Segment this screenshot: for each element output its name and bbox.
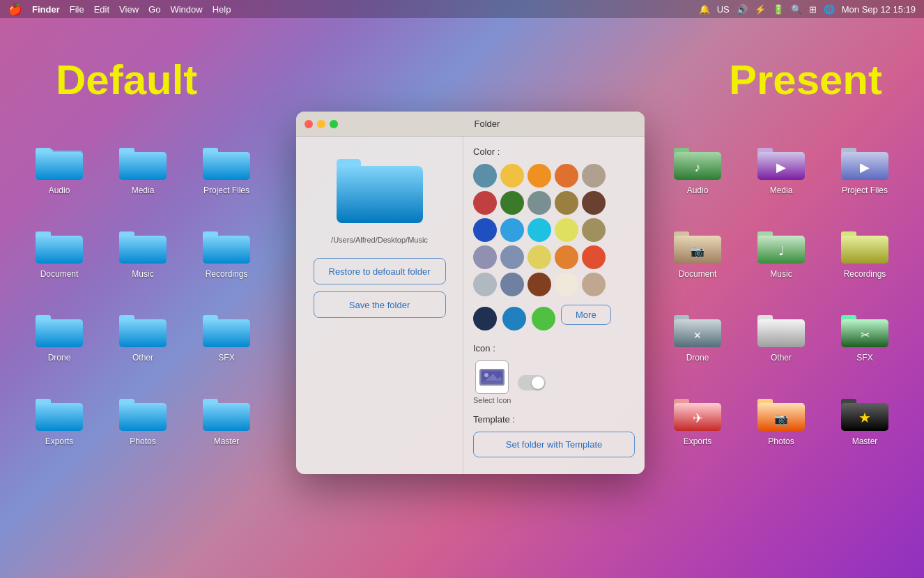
svg-text:✂: ✂ xyxy=(861,329,870,341)
menubar-view[interactable]: View xyxy=(119,4,139,15)
folder-sfx-right[interactable]: ✂ SFX xyxy=(826,286,903,363)
menubar-file[interactable]: File xyxy=(70,4,84,15)
search-icon[interactable]: 🔍 xyxy=(791,4,802,15)
folder-label-other-right: Other xyxy=(771,353,792,363)
bluetooth-icon[interactable]: ⚡ xyxy=(755,4,766,15)
folder-recordings-left[interactable]: Recordings xyxy=(188,202,265,279)
folder-label-recordings-right: Recordings xyxy=(844,269,886,279)
color-slate[interactable] xyxy=(528,191,551,215)
icon-toggle[interactable] xyxy=(518,375,546,390)
set-template-button[interactable]: Set folder with Template xyxy=(473,432,635,457)
color-red[interactable] xyxy=(473,191,497,215)
color-amber[interactable] xyxy=(528,164,551,188)
folder-other-right[interactable]: Other xyxy=(743,286,819,363)
color-dark-orange[interactable] xyxy=(555,245,578,269)
folder-recordings-right[interactable]: Recordings xyxy=(826,202,903,279)
folder-sfx-left[interactable]: SFX xyxy=(188,286,265,363)
folder-photos-right[interactable]: 📷 Photos xyxy=(743,370,819,446)
color-tan[interactable] xyxy=(582,218,606,242)
folder-music-right[interactable]: ♩ Music xyxy=(743,202,819,279)
notification-icon[interactable]: 🔔 xyxy=(699,4,710,15)
apple-menu[interactable]: 🍎 xyxy=(8,3,22,16)
menubar-go[interactable]: Go xyxy=(148,4,160,15)
folder-audio-right[interactable]: ♪ Audio xyxy=(659,119,736,195)
svg-rect-64 xyxy=(337,166,423,223)
folder-icon-other-left xyxy=(118,310,168,350)
color-khaki[interactable] xyxy=(555,191,578,215)
folder-audio-left[interactable]: Audio xyxy=(21,119,98,195)
menubar-help[interactable]: Help xyxy=(213,4,231,15)
folder-document-left[interactable]: Document xyxy=(21,202,98,279)
folder-label-sfx-right: SFX xyxy=(856,353,872,363)
icon-preview-box[interactable] xyxy=(475,360,509,394)
color-navy[interactable] xyxy=(473,307,497,330)
folder-master-left[interactable]: Master xyxy=(188,370,265,446)
color-sky-blue[interactable] xyxy=(500,218,524,242)
color-steel[interactable] xyxy=(500,273,524,296)
svg-rect-26 xyxy=(119,403,167,431)
folder-exports-right[interactable]: ✈ Exports xyxy=(659,370,736,446)
default-label: Default xyxy=(56,56,197,104)
color-gold[interactable] xyxy=(528,245,551,269)
color-warm-gray[interactable] xyxy=(582,164,606,188)
color-blue-gray[interactable] xyxy=(500,245,524,269)
more-colors-button[interactable]: More xyxy=(561,305,611,325)
folder-other-left[interactable]: Other xyxy=(105,286,181,363)
color-blue[interactable] xyxy=(473,218,497,242)
menubar-edit[interactable]: Edit xyxy=(94,4,109,15)
folder-drone-left[interactable]: Drone xyxy=(21,286,98,363)
color-sienna[interactable] xyxy=(528,273,551,296)
svg-rect-14 xyxy=(119,236,167,264)
siri-icon[interactable]: 🌐 xyxy=(824,4,835,15)
folder-label-audio-left: Audio xyxy=(49,185,70,195)
folder-exports-left[interactable]: Exports xyxy=(21,370,98,446)
folder-label-audio-right: Audio xyxy=(687,185,709,195)
color-orange[interactable] xyxy=(555,164,578,188)
svg-rect-45 xyxy=(841,236,888,264)
color-lavender[interactable] xyxy=(473,245,497,269)
folder-drone-right[interactable]: ✕ Drone xyxy=(659,286,736,363)
folder-icon-exports-right: ✈ xyxy=(672,393,723,434)
control-center-icon[interactable]: ⊞ xyxy=(809,4,817,15)
folder-music-left[interactable]: Music xyxy=(105,202,181,279)
close-button[interactable] xyxy=(305,120,313,128)
svg-text:♪: ♪ xyxy=(695,160,701,174)
volume-icon[interactable]: 🔊 xyxy=(737,4,748,15)
menubar: 🍎 Finder File Edit View Go Window Help 🔔… xyxy=(0,0,924,18)
restore-default-button[interactable]: Restore to defoault folder xyxy=(314,258,446,284)
folder-icon-audio-left xyxy=(34,142,84,183)
folder-document-right[interactable]: 📷 Document xyxy=(659,202,736,279)
color-teal[interactable] xyxy=(473,164,497,188)
color-vermillion[interactable] xyxy=(582,245,606,269)
minimize-button[interactable] xyxy=(317,120,325,128)
color-silver[interactable] xyxy=(473,273,497,296)
battery-icon[interactable]: 🔋 xyxy=(773,4,784,15)
color-brown[interactable] xyxy=(582,191,606,215)
svg-rect-8 xyxy=(119,152,167,180)
keyboard-layout[interactable]: US xyxy=(717,4,730,15)
folder-projectfiles-right[interactable]: ▶ Project Files xyxy=(826,119,903,195)
folder-icon-media-right: ▶ xyxy=(756,142,806,183)
folder-projectfiles-left[interactable]: Project Files xyxy=(188,119,265,195)
folder-label-sfx-left: SFX xyxy=(218,353,234,363)
svg-rect-16 xyxy=(203,236,250,264)
folder-label-master-right: Master xyxy=(852,436,878,446)
folder-icon-exports-left xyxy=(34,393,84,434)
maximize-button[interactable] xyxy=(330,120,338,128)
folder-master-right[interactable]: ★ Master xyxy=(826,370,903,446)
color-yellow[interactable] xyxy=(500,164,524,188)
folder-photos-left[interactable]: Photos xyxy=(105,370,181,446)
color-cream[interactable] xyxy=(555,273,578,296)
color-royal-blue[interactable] xyxy=(502,307,526,330)
color-peach[interactable] xyxy=(582,273,606,296)
folder-media-right[interactable]: ▶ Media xyxy=(743,119,819,195)
color-dark-green[interactable] xyxy=(500,191,524,215)
folder-icon-projectfiles-right: ▶ xyxy=(840,142,890,183)
color-cyan[interactable] xyxy=(528,218,551,242)
save-folder-button[interactable]: Save the folder xyxy=(314,291,446,318)
menubar-finder[interactable]: Finder xyxy=(32,4,60,15)
folder-media-left[interactable]: Media xyxy=(105,119,181,195)
color-lime[interactable] xyxy=(532,307,555,330)
color-yellow-green[interactable] xyxy=(555,218,578,242)
menubar-window[interactable]: Window xyxy=(170,4,202,15)
